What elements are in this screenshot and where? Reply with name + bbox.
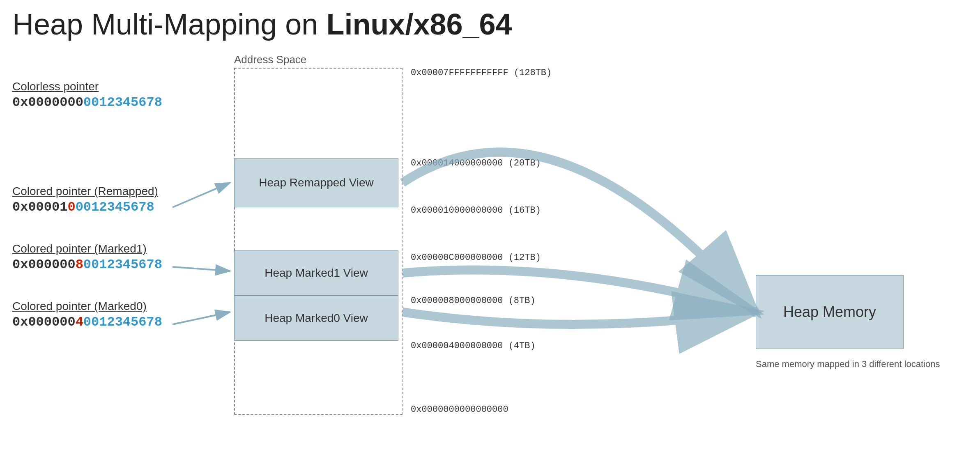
pointer-label-marked1: Colored pointer (Marked1) xyxy=(12,242,162,255)
address-label-6: 0x0000000000000000 xyxy=(411,404,508,415)
title-bold: Linux/x86_64 xyxy=(326,8,512,41)
pointer-remapped: Colored pointer (Remapped)0x000010001234… xyxy=(12,185,158,215)
address-label-1: 0x000014000000000 (20TB) xyxy=(411,158,541,168)
pointer-label-colorless: Colorless pointer xyxy=(12,80,162,93)
memory-view-label-remapped-view: Heap Remapped View xyxy=(259,176,374,189)
heap-memory-note: Same memory mapped in 3 different locati… xyxy=(756,357,940,371)
memory-view-marked0-view: Heap Marked0 View xyxy=(234,296,398,341)
pointer-value-colorless: 0x00000000012345678 xyxy=(12,95,162,110)
address-label-4: 0x000008000000000 (8TB) xyxy=(411,296,536,306)
pointer-colorless: Colorless pointer0x00000000012345678 xyxy=(12,80,162,110)
pointer-value-marked1: 0x00000080012345678 xyxy=(12,257,162,272)
pointer-value-marked0: 0x00000040012345678 xyxy=(12,315,162,330)
pointer-marked0: Colored pointer (Marked0)0x0000004001234… xyxy=(12,300,162,330)
memory-view-remapped-view: Heap Remapped View xyxy=(234,158,398,207)
memory-view-marked1-view: Heap Marked1 View xyxy=(234,250,398,296)
address-label-3: 0x00000C000000000 (12TB) xyxy=(411,253,541,263)
page-title: Heap Multi-Mapping on Linux/x86_64 xyxy=(12,7,512,41)
heap-memory-box: Heap Memory xyxy=(756,275,904,349)
pointer-marked1: Colored pointer (Marked1)0x0000008001234… xyxy=(12,242,162,272)
pointer-value-remapped: 0x0000100012345678 xyxy=(12,200,158,215)
memory-view-label-marked1-view: Heap Marked1 View xyxy=(265,266,368,280)
address-space-label: Address Space xyxy=(234,53,306,66)
address-space-box xyxy=(234,68,403,415)
memory-view-label-marked0-view: Heap Marked0 View xyxy=(265,312,368,325)
pointer-label-marked0: Colored pointer (Marked0) xyxy=(12,300,162,313)
address-label-5: 0x000004000000000 (4TB) xyxy=(411,341,536,351)
title-prefix: Heap Multi-Mapping on xyxy=(12,8,326,41)
address-label-0: 0x00007FFFFFFFFFFF (128TB) xyxy=(411,68,552,78)
address-label-2: 0x000010000000000 (16TB) xyxy=(411,205,541,216)
pointer-label-remapped: Colored pointer (Remapped) xyxy=(12,185,158,198)
